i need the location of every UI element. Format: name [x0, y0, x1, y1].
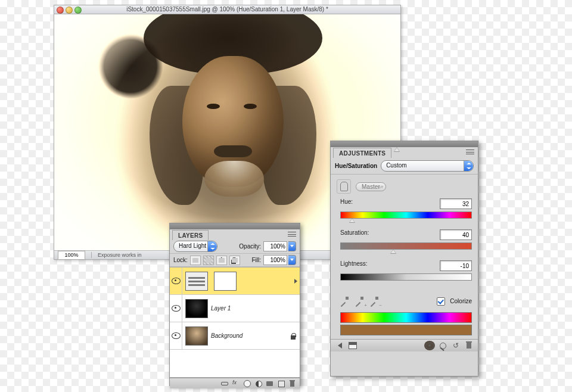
- layers-panel-footer: [170, 378, 300, 388]
- adjustment-thumb-icon[interactable]: [185, 272, 208, 291]
- adjustments-panel: ADJUSTMENTS Hue/Saturation Custom Master…: [330, 141, 478, 377]
- minimize-window-button[interactable]: [66, 7, 73, 14]
- panel-menu-icon[interactable]: [466, 148, 474, 155]
- layer-row[interactable]: Layer 1: [170, 295, 300, 322]
- layer-name[interactable]: Layer 1: [211, 305, 300, 312]
- saturation-slider[interactable]: [340, 242, 472, 250]
- dropdown-arrow-icon: [207, 241, 217, 251]
- visibility-toggle-icon[interactable]: [172, 278, 181, 284]
- lock-icon: [290, 332, 297, 340]
- layer-row[interactable]: Background: [170, 322, 300, 350]
- lock-all-icon[interactable]: [229, 256, 240, 265]
- layer-row[interactable]: [170, 267, 300, 295]
- layer-style-icon[interactable]: [231, 379, 241, 387]
- hue-field[interactable]: [440, 198, 472, 209]
- window-title: iStock_000015037555Small.jpg @ 100% (Hue…: [126, 6, 328, 13]
- visibility-toggle-icon[interactable]: [172, 332, 181, 339]
- new-adjustment-icon[interactable]: [254, 379, 263, 387]
- lightness-label: Lightness:: [340, 260, 378, 267]
- input-spectrum: [340, 312, 472, 323]
- lock-pixels-icon[interactable]: [203, 256, 214, 265]
- layers-panel: LAYERS Hard Light Opacity: Lock: ✥ Fill:: [169, 223, 300, 386]
- new-group-icon[interactable]: [265, 379, 275, 387]
- tab-adjustments[interactable]: ADJUSTMENTS: [333, 148, 391, 158]
- color-range-select: Master ▵▿: [356, 182, 386, 191]
- layer-name[interactable]: Background: [211, 332, 290, 339]
- zoom-window-button[interactable]: [74, 7, 82, 14]
- layer-thumb[interactable]: [185, 326, 208, 346]
- opacity-field[interactable]: [263, 241, 287, 251]
- blend-mode-select[interactable]: Hard Light: [173, 241, 217, 252]
- preset-value: Custom: [386, 162, 406, 169]
- colorize-checkbox[interactable]: [437, 297, 445, 306]
- colorize-label: Colorize: [450, 298, 472, 304]
- tab-layers[interactable]: LAYERS: [172, 230, 209, 240]
- fill-field[interactable]: [263, 255, 287, 265]
- slider-thumb-icon[interactable]: [390, 249, 396, 254]
- lock-transparency-icon[interactable]: [190, 256, 201, 265]
- fill-dropdown-icon[interactable]: [288, 255, 296, 265]
- close-window-button[interactable]: [57, 7, 64, 14]
- visibility-toggle-icon[interactable]: [172, 305, 181, 312]
- opacity-dropdown-icon[interactable]: [288, 241, 296, 251]
- slider-thumb-icon[interactable]: [394, 147, 400, 152]
- toggle-visibility-icon[interactable]: [424, 341, 435, 350]
- adjustments-footer: [331, 339, 478, 351]
- window-titlebar[interactable]: iStock_000015037555Small.jpg @ 100% (Hue…: [54, 5, 400, 14]
- slider-thumb-icon[interactable]: [349, 218, 355, 223]
- lock-label: Lock:: [173, 257, 188, 263]
- eyedropper-add-icon: +: [354, 296, 364, 306]
- saturation-label: Saturation:: [340, 229, 378, 236]
- panel-drag-bar[interactable]: [331, 141, 478, 147]
- delete-layer-icon[interactable]: [288, 379, 297, 387]
- return-to-list-icon[interactable]: [334, 341, 345, 350]
- eyedropper-sub-icon: −: [369, 296, 379, 306]
- eyedropper-icon: [339, 296, 349, 306]
- expand-view-icon[interactable]: [347, 341, 358, 350]
- lightness-slider[interactable]: [340, 271, 472, 281]
- reveal-effects-icon[interactable]: [294, 279, 297, 284]
- opacity-label: Opacity:: [239, 243, 261, 250]
- status-hint: Exposure works in: [98, 252, 142, 258]
- link-layers-icon[interactable]: [220, 379, 229, 387]
- zoom-field[interactable]: [58, 251, 85, 260]
- blend-mode-value: Hard Light: [179, 242, 206, 249]
- dropdown-arrow-icon: [464, 161, 473, 171]
- preset-select[interactable]: Custom: [381, 160, 474, 172]
- layer-thumb[interactable]: [185, 299, 208, 318]
- layer-list: Layer 1 Background: [170, 267, 300, 378]
- new-layer-icon[interactable]: [276, 379, 286, 387]
- add-mask-icon[interactable]: [243, 379, 252, 387]
- view-previous-state-icon[interactable]: [437, 341, 448, 350]
- output-spectrum: [340, 325, 472, 335]
- saturation-field[interactable]: [440, 229, 472, 240]
- adjustment-type-label: Hue/Saturation: [335, 163, 377, 169]
- panel-drag-bar[interactable]: [170, 223, 300, 229]
- delete-adjustment-icon[interactable]: [464, 341, 474, 350]
- hue-slider[interactable]: [340, 211, 472, 219]
- fill-label: Fill:: [251, 257, 261, 263]
- clip-to-layer-icon[interactable]: [411, 341, 422, 350]
- lightness-field[interactable]: [440, 260, 472, 271]
- panel-menu-icon[interactable]: [288, 231, 296, 238]
- lock-position-icon[interactable]: ✥: [216, 256, 227, 265]
- reset-icon[interactable]: [450, 341, 461, 350]
- hue-label: Hue:: [340, 198, 378, 205]
- layer-mask-thumb[interactable]: [214, 272, 237, 291]
- targeted-adjust-icon[interactable]: [337, 179, 351, 194]
